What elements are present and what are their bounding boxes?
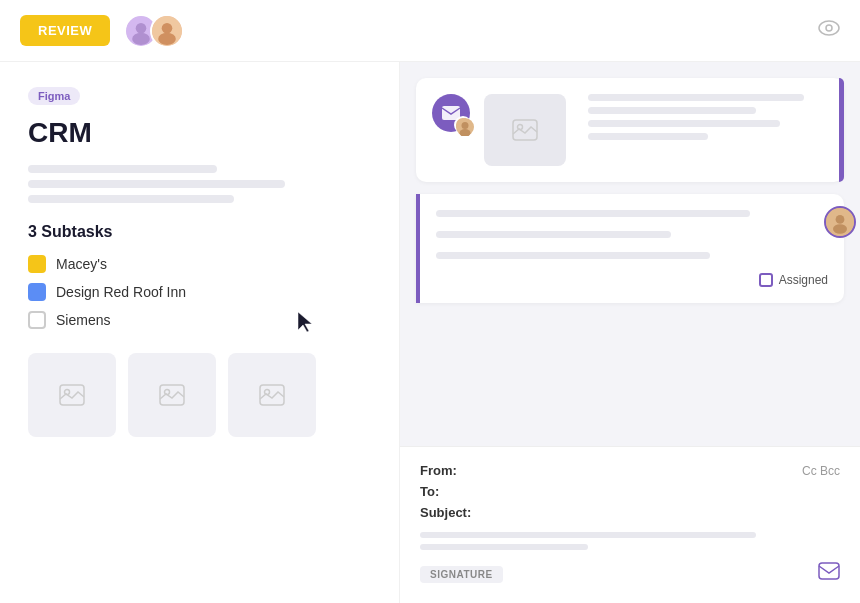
topbar-left: REVIEW <box>20 14 184 48</box>
svg-rect-23 <box>819 563 839 579</box>
subtask-checkbox-maceys[interactable] <box>28 255 46 273</box>
thumbnail-3[interactable] <box>228 353 316 437</box>
svg-point-22 <box>833 224 847 234</box>
desc-line-3 <box>28 195 234 203</box>
email-card-1[interactable] <box>416 78 844 182</box>
compose-area: From: Cc Bcc To: Subject: SIGNATURE <box>400 446 860 603</box>
subtask-label-redroof: Design Red Roof Inn <box>56 284 186 300</box>
svg-rect-12 <box>260 385 284 405</box>
thumbnails <box>28 353 371 437</box>
send-email-icon[interactable] <box>818 562 840 587</box>
svg-point-5 <box>158 32 176 44</box>
subtasks-header: 3 Subtasks <box>28 223 371 241</box>
email-content-1 <box>580 94 828 146</box>
content-line <box>588 120 780 127</box>
to-label: To: <box>420 484 470 499</box>
avatar-2 <box>150 14 184 48</box>
svg-rect-18 <box>513 120 537 140</box>
assigned-label: Assigned <box>779 273 828 287</box>
card2-avatar <box>824 206 856 238</box>
assigned-checkbox[interactable] <box>759 273 773 287</box>
topbar: REVIEW <box>0 0 860 62</box>
compose-footer: SIGNATURE <box>420 562 840 587</box>
subtask-list: Macey's Design Red Roof Inn Siemens <box>28 255 371 329</box>
svg-rect-10 <box>160 385 184 405</box>
avatars <box>124 14 184 48</box>
eye-icon[interactable] <box>818 20 840 41</box>
review-button[interactable]: REVIEW <box>20 15 110 46</box>
svg-point-4 <box>162 23 173 34</box>
subtask-label-siemens: Siemens <box>56 312 110 328</box>
svg-rect-8 <box>60 385 84 405</box>
content-line <box>436 231 671 238</box>
svg-point-16 <box>462 122 469 129</box>
card-accent-1 <box>839 78 844 182</box>
sub-avatar-1 <box>454 116 472 134</box>
subject-label: Subject: <box>420 505 471 520</box>
content-line <box>588 94 804 101</box>
desc-line-2 <box>28 180 285 188</box>
desc-line-1 <box>28 165 217 173</box>
compose-line-1 <box>420 532 756 538</box>
svg-point-2 <box>132 32 150 44</box>
compose-line-2 <box>420 544 588 550</box>
email-card-2-inner: Assigned <box>436 210 828 287</box>
content-line <box>588 133 708 140</box>
email-avatar-wrap-1 <box>432 94 470 132</box>
subtask-checkbox-redroof[interactable] <box>28 283 46 301</box>
list-item: Siemens <box>28 311 371 329</box>
email-card-2[interactable]: Assigned <box>416 194 844 303</box>
description-lines <box>28 165 371 203</box>
left-panel: Figma CRM 3 Subtasks Macey's Design Red … <box>0 62 400 603</box>
signature-badge: SIGNATURE <box>420 566 503 583</box>
svg-point-7 <box>826 25 832 31</box>
from-label: From: <box>420 463 470 478</box>
thumbnail-1[interactable] <box>28 353 116 437</box>
email-image-1 <box>484 94 566 166</box>
list-item: Macey's <box>28 255 371 273</box>
content-line <box>588 107 756 114</box>
subtask-label-maceys: Macey's <box>56 256 107 272</box>
figma-badge: Figma <box>28 87 80 105</box>
right-panel: Assigned From: Cc Bcc To: <box>400 62 860 603</box>
project-title: CRM <box>28 117 371 149</box>
svg-point-1 <box>136 23 147 34</box>
content-line <box>436 210 750 217</box>
svg-point-21 <box>836 215 845 224</box>
list-item: Design Red Roof Inn <box>28 283 371 301</box>
thumbnail-2[interactable] <box>128 353 216 437</box>
cc-bcc-label: Cc Bcc <box>802 464 840 478</box>
svg-point-6 <box>819 21 839 35</box>
to-field: To: <box>420 484 840 499</box>
content-line <box>436 252 710 259</box>
subtask-checkbox-siemens[interactable] <box>28 311 46 329</box>
assigned-row: Assigned <box>436 273 828 287</box>
from-field: From: Cc Bcc <box>420 463 840 478</box>
subject-field: Subject: <box>420 505 840 520</box>
email-cards: Assigned <box>400 62 860 446</box>
main-layout: Figma CRM 3 Subtasks Macey's Design Red … <box>0 62 860 603</box>
compose-body-lines <box>420 532 840 550</box>
